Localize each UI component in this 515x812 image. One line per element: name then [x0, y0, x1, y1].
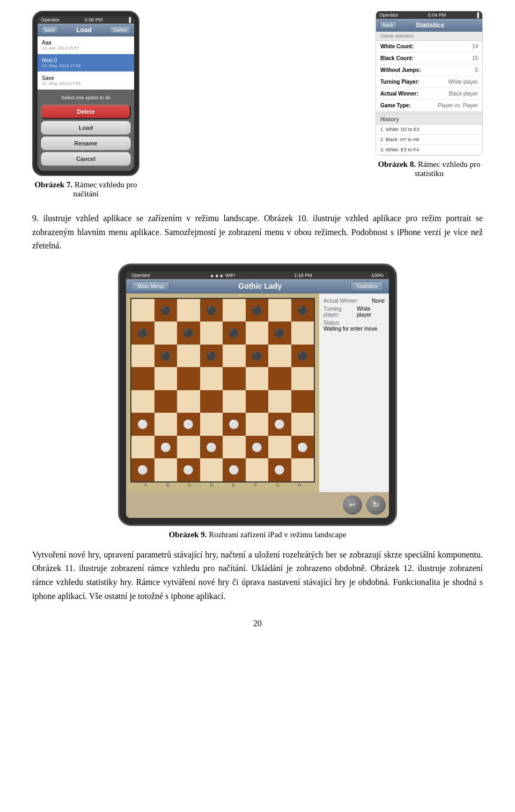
delete-button[interactable]: Delete — [109, 26, 131, 34]
stat-value: White player — [448, 79, 478, 85]
load-action-button[interactable]: Load — [41, 121, 131, 135]
chess-cell-7-2[interactable]: ⚪ — [177, 458, 200, 481]
page-number: 20 — [32, 619, 483, 628]
ipad-mockup: Operátor ▲▲▲ WiFi 1:18 PM 100% Main Menu… — [118, 264, 397, 526]
section-header: Game statistics — [376, 32, 482, 41]
chess-cell-5-5[interactable] — [246, 413, 269, 436]
chess-cell-5-4[interactable]: ⚪ — [223, 413, 246, 436]
chess-cell-6-0[interactable] — [131, 436, 154, 459]
chess-cell-7-7[interactable] — [291, 458, 314, 481]
chess-cell-0-1[interactable]: ⚫ — [154, 299, 178, 322]
black-piece: ⚫ — [252, 351, 262, 361]
chess-cell-4-6[interactable] — [268, 390, 291, 413]
chess-cell-2-2[interactable] — [177, 345, 200, 368]
chess-cell-1-1[interactable] — [154, 321, 178, 345]
list-item-aaa[interactable]: Aaa 13. Apr. 2013 15:57 — [38, 36, 134, 54]
chess-cell-3-5[interactable] — [246, 367, 269, 390]
list-item-save[interactable]: Save 12. May. 2013 17:05 — [38, 72, 134, 90]
sidebar-row-turning: Turning player: White player — [323, 306, 385, 318]
history-header: History — [376, 112, 482, 125]
chess-cell-2-7[interactable]: ⚫ — [291, 345, 314, 368]
redo-button[interactable]: ↻ — [366, 495, 386, 515]
chess-cell-6-3[interactable]: ⚪ — [200, 436, 223, 459]
figure-7: Operátor 5:06 PM ▐ back Load Delete Aaa … — [32, 11, 139, 199]
main-menu-button[interactable]: Main Menu — [131, 281, 170, 291]
chess-cell-0-0[interactable] — [131, 299, 154, 322]
cancel-action-button[interactable]: Cancel — [41, 152, 131, 166]
chess-cell-4-1[interactable] — [154, 390, 178, 413]
chess-cell-2-3[interactable]: ⚫ — [200, 345, 223, 368]
chess-cell-1-5[interactable] — [246, 321, 269, 345]
black-piece: ⚫ — [206, 351, 217, 361]
chess-cell-4-3[interactable] — [200, 390, 223, 413]
chess-cell-7-4[interactable]: ⚪ — [223, 458, 246, 481]
chess-cell-0-3[interactable]: ⚫ — [200, 299, 223, 322]
chess-cell-2-0[interactable] — [131, 345, 154, 368]
chess-cell-3-2[interactable] — [177, 367, 200, 390]
chess-cell-4-2[interactable] — [177, 390, 200, 413]
delete-action-button[interactable]: Delete — [41, 104, 131, 119]
black-piece: ⚫ — [252, 305, 262, 316]
iphone-load-screen: Operátor 5:06 PM ▐ back Load Delete Aaa … — [38, 16, 134, 171]
chess-cell-1-2[interactable]: ⚫ — [177, 321, 200, 345]
chess-cell-6-4[interactable] — [223, 436, 246, 459]
statistics-button[interactable]: Statistics — [350, 281, 384, 291]
chess-cell-1-7[interactable] — [291, 321, 314, 345]
chess-cell-0-6[interactable] — [268, 299, 291, 322]
chess-cell-4-4[interactable] — [223, 390, 246, 413]
chess-cell-1-3[interactable] — [200, 321, 223, 345]
chess-cell-5-3[interactable] — [200, 413, 223, 436]
chess-cell-3-3[interactable] — [200, 367, 223, 390]
stat-row-without-jumps: Without Jumps: 0 — [376, 64, 482, 76]
chess-cell-5-0[interactable]: ⚪ — [131, 413, 154, 436]
action-title: Select one option to do — [41, 93, 131, 103]
chess-cell-3-0[interactable] — [131, 367, 154, 390]
chess-cell-6-7[interactable]: ⚪ — [291, 436, 314, 459]
black-piece: ⚫ — [183, 328, 194, 338]
chess-cell-7-1[interactable] — [154, 458, 178, 481]
chess-cell-2-4[interactable] — [223, 345, 246, 368]
chess-cell-7-0[interactable]: ⚪ — [131, 458, 154, 481]
white-piece: ⚪ — [252, 442, 262, 452]
chess-cell-3-7[interactable] — [291, 367, 314, 390]
ipad-sidebar: Actual Winner: None Turning player: Whit… — [319, 294, 389, 492]
chess-cell-1-0[interactable]: ⚫ — [131, 321, 154, 345]
chess-cell-3-4[interactable] — [223, 367, 246, 390]
chess-cell-5-6[interactable]: ⚪ — [268, 413, 291, 436]
chess-cell-0-5[interactable]: ⚫ — [246, 299, 269, 322]
iphone-status-bar: Operátor 5:06 PM ▐ — [38, 16, 134, 24]
chess-cell-7-5[interactable] — [246, 458, 269, 481]
chess-cell-6-5[interactable]: ⚪ — [246, 436, 269, 459]
chess-cell-7-6[interactable]: ⚪ — [268, 458, 291, 481]
list-item-new0[interactable]: New 0 12. May. 2013 17:05 — [38, 54, 134, 72]
back-button[interactable]: back — [379, 21, 397, 30]
chess-cell-2-5[interactable]: ⚫ — [246, 345, 269, 368]
chess-cell-0-2[interactable] — [177, 299, 200, 322]
chess-cell-0-7[interactable]: ⚫ — [291, 299, 314, 322]
chess-cell-7-3[interactable] — [200, 458, 223, 481]
chess-cell-5-1[interactable] — [154, 413, 178, 436]
chess-cell-6-1[interactable]: ⚪ — [154, 436, 178, 459]
undo-button[interactable]: ↩ — [343, 495, 362, 515]
chess-cell-1-4[interactable]: ⚫ — [223, 321, 246, 345]
chess-cell-1-6[interactable]: ⚫ — [268, 321, 291, 345]
chess-cell-3-6[interactable] — [268, 367, 291, 390]
chess-cell-2-1[interactable]: ⚫ — [154, 345, 178, 368]
black-piece: ⚫ — [297, 351, 308, 361]
history-item-3: 3. White: E3 to F4 — [376, 145, 482, 155]
back-button[interactable]: back — [41, 26, 58, 34]
chess-cell-5-7[interactable] — [291, 413, 314, 436]
chess-cell-5-2[interactable]: ⚪ — [177, 413, 200, 436]
battery: 100% — [371, 273, 384, 278]
chess-cell-6-6[interactable] — [268, 436, 291, 459]
chess-cell-4-7[interactable] — [291, 390, 314, 413]
chess-cell-4-5[interactable] — [246, 390, 269, 413]
chess-cell-6-2[interactable] — [177, 436, 200, 459]
chess-cell-0-4[interactable] — [223, 299, 246, 322]
chess-cell-4-0[interactable] — [131, 390, 154, 413]
time: 5:04 PM — [428, 12, 446, 18]
figure-8: Operátor 5:04 PM ▐ back Statistics Game … — [376, 11, 483, 178]
chess-cell-3-1[interactable] — [154, 367, 178, 390]
chess-cell-2-6[interactable] — [268, 345, 291, 368]
rename-action-button[interactable]: Rename — [41, 136, 131, 150]
